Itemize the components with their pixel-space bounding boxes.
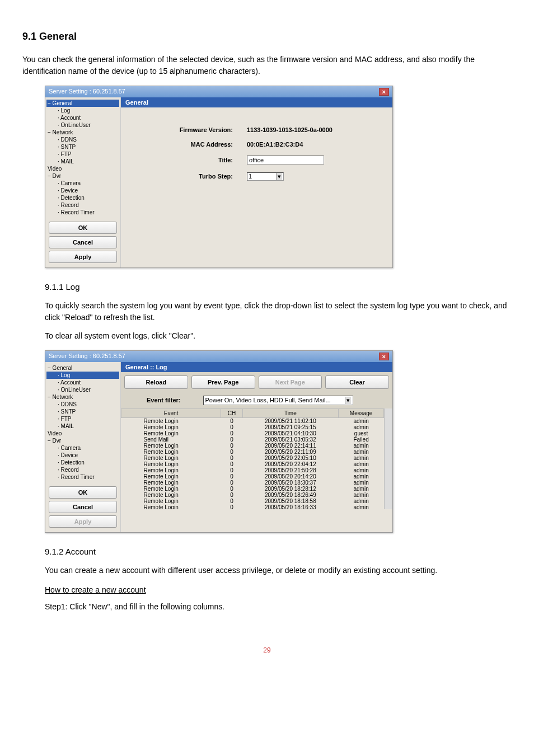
tree-item[interactable]: · Detection [46, 459, 119, 466]
table-row[interactable]: Remote Login02009/05/21 11:02:10admin [121, 417, 384, 424]
apply-button[interactable]: Apply [49, 251, 117, 263]
tree-item[interactable]: · Log [46, 107, 119, 114]
cell-event: Remote Login [121, 492, 221, 498]
cell-event: Remote Login [121, 430, 221, 436]
tree-item[interactable]: · FTP [46, 151, 119, 158]
howto-heading: How to create a new account [45, 585, 512, 594]
cell-time: 2009/05/20 20:14:20 [242, 473, 338, 480]
cancel-button[interactable]: Cancel [49, 236, 117, 248]
cell-time: 2009/05/20 22:05:10 [242, 455, 338, 461]
cell-event: Remote Login [121, 443, 221, 449]
col-message[interactable]: Message [338, 408, 384, 417]
ok-button[interactable]: OK [49, 486, 117, 499]
tree-item[interactable]: · Device [46, 187, 119, 194]
cell-ch: 0 [221, 449, 243, 455]
nav-tree[interactable]: − General· Log· Account· OnLineUser− Net… [46, 100, 119, 216]
clear-button[interactable]: Clear [325, 375, 389, 389]
cell-ch: 0 [221, 473, 243, 480]
ok-button[interactable]: OK [49, 222, 117, 234]
tree-item[interactable]: · Account [46, 114, 119, 121]
table-row[interactable]: Remote Login02009/05/20 22:05:10admin [121, 455, 384, 461]
nav-tree[interactable]: − General· Log· Account· OnLineUser− Net… [46, 364, 119, 481]
tree-item[interactable]: − General [46, 364, 119, 372]
table-row[interactable]: Remote Login02009/05/20 22:14:11admin [121, 443, 384, 449]
log-table: Event CH Time Message Remote Login02009/… [121, 408, 384, 509]
col-event[interactable]: Event [121, 408, 221, 417]
table-row[interactable]: Remote Login02009/05/20 18:18:58admin [121, 498, 384, 504]
cell-time: 2009/05/20 22:04:12 [242, 461, 338, 467]
cell-event: Send Mail [121, 436, 221, 443]
tree-item[interactable]: · DDNS [46, 136, 119, 143]
tree-item[interactable]: · OnLineUser [46, 386, 119, 393]
page-number: 29 [22, 646, 512, 654]
cell-ch: 0 [221, 480, 243, 486]
col-time[interactable]: Time [242, 408, 338, 417]
table-row[interactable]: Send Mail02009/05/21 03:05:32Failed [121, 436, 384, 443]
table-row[interactable]: Remote Login02009/05/20 22:04:12admin [121, 461, 384, 467]
cell-event: Remote Login [121, 417, 221, 424]
col-ch[interactable]: CH [221, 408, 243, 417]
tree-item[interactable]: · MAIL [46, 422, 119, 430]
tree-item[interactable]: Video [46, 165, 119, 172]
table-row[interactable]: Remote Login02009/05/20 18:30:37admin [121, 480, 384, 486]
tree-item[interactable]: · Detection [46, 194, 119, 201]
table-row[interactable]: Remote Login02009/05/20 18:28:12admin [121, 486, 384, 492]
cell-event: Remote Login [121, 467, 221, 473]
account-heading: 9.1.2 Account [45, 547, 512, 556]
tree-item[interactable]: · DDNS [46, 401, 119, 408]
tree-item[interactable]: · OnLineUser [46, 121, 119, 129]
cell-message: admin [338, 443, 384, 449]
scrollbar[interactable] [384, 408, 392, 509]
table-row[interactable]: Remote Login02009/05/20 20:14:20admin [121, 473, 384, 480]
tree-item[interactable]: · Log [46, 372, 119, 379]
apply-button[interactable]: Apply [49, 515, 117, 528]
close-icon[interactable]: × [379, 88, 389, 96]
table-row[interactable]: Remote Login02009/05/21 04:10:30guest [121, 430, 384, 436]
cell-time: 2009/05/20 22:11:09 [242, 449, 338, 455]
firmware-value: 1133-1039-1013-1025-0a-0000 [247, 126, 332, 133]
cell-message: admin [338, 498, 384, 504]
table-row[interactable]: Remote Login02009/05/20 22:11:09admin [121, 449, 384, 455]
cell-ch: 0 [221, 498, 243, 504]
close-icon[interactable]: × [379, 353, 389, 360]
cell-event: Remote Login [121, 473, 221, 480]
cancel-button[interactable]: Cancel [49, 501, 117, 513]
event-filter-select[interactable]: Power On, Video Loss, HDD Full, Send Mai… [203, 396, 353, 405]
reload-button[interactable]: Reload [124, 375, 188, 389]
tree-item[interactable]: · SNTP [46, 408, 119, 415]
tree-item[interactable]: − Dvr [46, 172, 119, 180]
tree-item[interactable]: · Account [46, 379, 119, 386]
tree-item[interactable]: − Network [46, 129, 119, 136]
tree-item[interactable]: − Dvr [46, 437, 119, 444]
cell-event: Remote Login [121, 486, 221, 492]
title-input[interactable]: office [247, 156, 324, 165]
tree-item[interactable]: · Camera [46, 180, 119, 187]
tree-item[interactable]: · Camera [46, 444, 119, 452]
cell-time: 2009/05/20 18:28:12 [242, 486, 338, 492]
table-row[interactable]: Remote Login02009/05/20 21:50:28admin [121, 467, 384, 473]
tree-item[interactable]: − General [46, 100, 119, 107]
next-page-button[interactable]: Next Page [259, 375, 322, 389]
tree-item[interactable]: · SNTP [46, 143, 119, 151]
chevron-down-icon: ▾ [345, 397, 351, 404]
cell-time: 2009/05/20 22:14:11 [242, 443, 338, 449]
table-row[interactable]: Remote Login02009/05/20 18:16:33admin [121, 504, 384, 509]
tree-item[interactable]: · MAIL [46, 158, 119, 165]
tree-item[interactable]: · Record [46, 466, 119, 473]
turbo-select[interactable]: 1 ▾ [247, 172, 284, 181]
tree-item[interactable]: · Record [46, 201, 119, 209]
tree-item[interactable]: − Network [46, 393, 119, 401]
section-heading: 9.1 General [22, 31, 512, 43]
tree-item[interactable]: · FTP [46, 415, 119, 422]
prev-page-button[interactable]: Prev. Page [191, 375, 255, 389]
table-row[interactable]: Remote Login02009/05/21 09:25:15admin [121, 424, 384, 430]
cell-ch: 0 [221, 443, 243, 449]
table-row[interactable]: Remote Login02009/05/20 18:26:49admin [121, 492, 384, 498]
server-setting-dialog-log: Server Setting : 60.251.8.57 × − General… [45, 350, 393, 533]
tree-item[interactable]: · Device [46, 452, 119, 459]
tree-item[interactable]: · Record Timer [46, 209, 119, 216]
cell-event: Remote Login [121, 461, 221, 467]
tree-item[interactable]: Video [46, 430, 119, 437]
tree-item[interactable]: · Record Timer [46, 473, 119, 481]
filter-value: Power On, Video Loss, HDD Full, Send Mai… [205, 397, 331, 404]
